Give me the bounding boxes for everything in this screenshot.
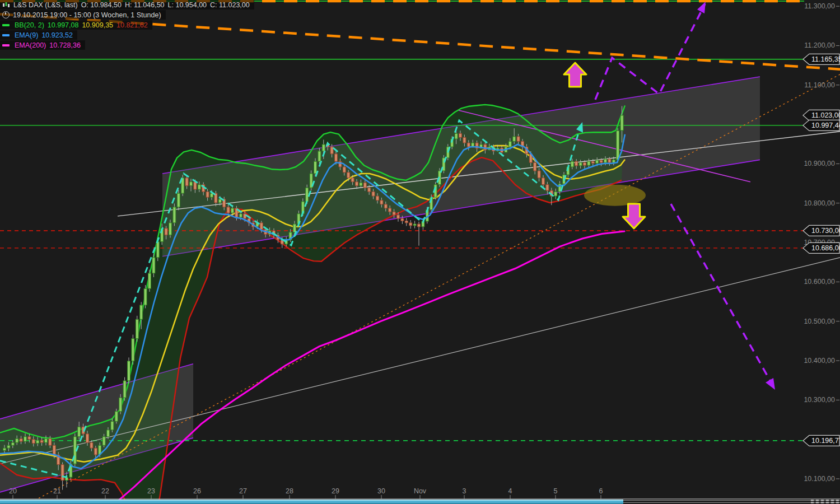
candle <box>16 438 18 442</box>
candle <box>218 199 221 203</box>
price-chart-canvas: 11.300,0011.200,0011.100,0010.900,0010.8… <box>0 0 840 504</box>
candle <box>314 161 317 174</box>
candle <box>173 207 176 223</box>
candle <box>115 412 118 422</box>
scrollbar-grip-dash-icon <box>826 500 829 501</box>
scrollbar-grip-dash-icon <box>836 502 839 503</box>
price-tick-label: 10.300,00 <box>804 396 835 404</box>
candle <box>144 288 147 305</box>
price-callout-label: 10.686,00 <box>811 244 840 252</box>
candle <box>459 133 462 137</box>
candle <box>413 224 416 226</box>
time-tick-label: 22 <box>101 487 109 495</box>
price-tick-label: 10.600,00 <box>804 278 835 286</box>
candle <box>260 223 263 230</box>
price-tick-label: 10.900,00 <box>804 160 835 167</box>
candle <box>397 215 400 218</box>
candle <box>53 445 55 455</box>
candle <box>575 161 578 166</box>
price-callout-label: 11.023,00 <box>811 111 840 119</box>
timerange-row: 19.10.2015 19:00 - 15:00 (3 Wochen, 1 St… <box>0 10 166 20</box>
highlight-ellipse[interactable] <box>584 185 646 206</box>
timerange-label: 19.10.2015 19:00 - 15:00 (3 Wochen, 1 St… <box>13 11 161 19</box>
ohlc-low: L: 10.954,00 <box>168 1 207 9</box>
legend-ema200[interactable]: EMA(200) 10.728,36 <box>0 40 85 50</box>
candle <box>363 183 366 188</box>
candle <box>24 437 27 441</box>
candle <box>32 440 35 444</box>
candle <box>587 161 590 165</box>
time-tick-label: 5 <box>554 487 558 495</box>
time-tick-label: 6 <box>599 487 603 495</box>
candle <box>7 445 10 448</box>
candle <box>152 258 155 273</box>
price-tick-label: 10.800,00 <box>804 199 835 207</box>
scrollbar-grip-dash-icon <box>816 500 819 501</box>
candle <box>123 381 126 398</box>
bb-name: BB(20, 2) <box>15 21 44 29</box>
candle <box>194 182 197 189</box>
purple-zigzag-down-line[interactable] <box>671 204 773 385</box>
candle <box>455 133 458 139</box>
bb-swatch-icon <box>2 24 10 26</box>
candle <box>111 421 114 430</box>
white-trendline-lower[interactable] <box>0 258 840 464</box>
candle <box>393 212 395 215</box>
legend-ema9[interactable]: EMA(9) 10.923,52 <box>0 30 77 40</box>
candle <box>306 188 309 202</box>
down-arrow[interactable] <box>623 204 645 228</box>
candle <box>513 137 516 141</box>
candle <box>356 182 358 186</box>
chart-window: 11.300,0011.200,0011.100,0010.900,0010.8… <box>0 0 840 504</box>
bb-lower-value: 10.821,62 <box>116 21 148 29</box>
candle <box>612 160 615 162</box>
ema200-value: 10.728,36 <box>49 41 81 49</box>
candle <box>538 171 540 178</box>
time-tick-label: 23 <box>147 487 155 495</box>
price-callout-label: 10.196,77 <box>811 437 840 445</box>
candle <box>148 273 151 288</box>
candle <box>45 438 48 442</box>
symbol-row: L&S DAX (L&S, last) O: 10.984,50 H: 11.0… <box>0 0 254 10</box>
candle <box>140 305 143 319</box>
up-arrow[interactable] <box>564 63 586 87</box>
ohlc-open: O: 10.984,50 <box>81 1 122 9</box>
time-tick-label: 20 <box>9 487 17 495</box>
candle <box>94 448 97 455</box>
time-tick-label: 30 <box>377 487 385 495</box>
candlestick-chart-icon <box>2 2 10 8</box>
candle <box>534 162 536 171</box>
legend-bb[interactable]: BB(20, 2) 10.997,08 10.909,35 10.821,62 <box>0 20 152 30</box>
purple-down-arrowhead-icon <box>766 378 775 390</box>
scrollbar-grip-dash-icon <box>836 500 839 501</box>
candle <box>372 192 375 196</box>
price-tick-label: 11.200,00 <box>804 41 835 49</box>
candle <box>136 319 138 338</box>
time-tick-label: 21 <box>53 487 61 495</box>
candle <box>554 192 557 196</box>
time-tick-label: 4 <box>508 487 512 495</box>
ema9-value: 10.923,52 <box>41 31 73 39</box>
price-tick-label: 11.300,00 <box>804 2 835 10</box>
candle <box>40 440 43 442</box>
scrollbar-grip-dash-icon <box>811 502 814 503</box>
candle <box>418 224 421 227</box>
price-tick-label: 10.400,00 <box>804 357 835 365</box>
scrollbar-grip-dash-icon <box>826 502 829 503</box>
bollinger-fill <box>0 105 625 504</box>
candle <box>165 228 167 235</box>
purple-up-arrowhead-icon <box>697 2 706 13</box>
candle <box>169 223 172 235</box>
candle <box>401 218 404 221</box>
candle <box>617 130 619 160</box>
candle <box>542 178 545 185</box>
candle <box>86 434 89 442</box>
time-tick-label: Nov <box>414 487 427 495</box>
candle <box>620 115 623 130</box>
candle <box>90 442 93 448</box>
purple-zigzag-up-line[interactable] <box>595 4 705 100</box>
candle <box>49 438 52 445</box>
candle <box>206 192 209 197</box>
candle <box>177 193 180 207</box>
candle <box>156 242 159 258</box>
